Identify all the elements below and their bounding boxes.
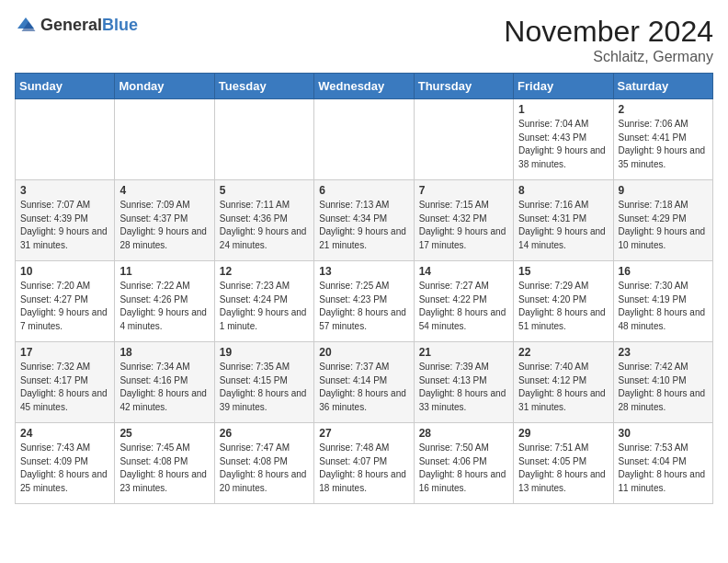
calendar-week-5: 24Sunrise: 7:43 AMSunset: 4:09 PMDayligh… (16, 423, 713, 504)
day-number: 16 (619, 265, 708, 278)
day-info: Sunrise: 7:16 AMSunset: 4:31 PMDaylight:… (518, 199, 608, 252)
calendar-week-1: 1Sunrise: 7:04 AMSunset: 4:43 PMDaylight… (16, 99, 713, 180)
calendar-cell (314, 99, 414, 180)
calendar-cell: 10Sunrise: 7:20 AMSunset: 4:27 PMDayligh… (16, 261, 115, 342)
calendar-table: Sunday Monday Tuesday Wednesday Thursday… (15, 73, 713, 504)
day-number: 17 (20, 346, 109, 359)
day-number: 13 (319, 265, 408, 278)
calendar-cell (115, 99, 214, 180)
header-tuesday: Tuesday (214, 74, 313, 99)
day-info: Sunrise: 7:47 AMSunset: 4:08 PMDaylight:… (220, 442, 309, 495)
logo-icon (15, 15, 37, 37)
day-number: 21 (419, 346, 508, 359)
day-info: Sunrise: 7:32 AMSunset: 4:17 PMDaylight:… (20, 361, 109, 414)
calendar-cell: 12Sunrise: 7:23 AMSunset: 4:24 PMDayligh… (214, 261, 313, 342)
day-info: Sunrise: 7:37 AMSunset: 4:14 PMDaylight:… (319, 361, 408, 414)
calendar-cell: 13Sunrise: 7:25 AMSunset: 4:23 PMDayligh… (314, 261, 414, 342)
day-number: 29 (518, 427, 608, 440)
calendar-cell: 22Sunrise: 7:40 AMSunset: 4:12 PMDayligh… (514, 342, 613, 423)
calendar-cell: 28Sunrise: 7:50 AMSunset: 4:06 PMDayligh… (414, 423, 513, 504)
calendar-cell: 27Sunrise: 7:48 AMSunset: 4:07 PMDayligh… (314, 423, 414, 504)
location-title: Schlaitz, Germany (504, 49, 713, 65)
day-number: 27 (319, 427, 408, 440)
day-number: 19 (220, 346, 309, 359)
calendar-cell: 25Sunrise: 7:45 AMSunset: 4:08 PMDayligh… (115, 423, 214, 504)
day-info: Sunrise: 7:43 AMSunset: 4:09 PMDaylight:… (20, 442, 109, 495)
calendar-cell: 23Sunrise: 7:42 AMSunset: 4:10 PMDayligh… (613, 342, 712, 423)
day-info: Sunrise: 7:42 AMSunset: 4:10 PMDaylight:… (619, 361, 708, 414)
calendar-cell: 7Sunrise: 7:15 AMSunset: 4:32 PMDaylight… (414, 180, 513, 261)
day-info: Sunrise: 7:30 AMSunset: 4:19 PMDaylight:… (619, 280, 708, 333)
day-number: 12 (220, 265, 309, 278)
day-number: 22 (518, 346, 608, 359)
day-number: 18 (119, 346, 209, 359)
day-number: 26 (220, 427, 309, 440)
day-info: Sunrise: 7:40 AMSunset: 4:12 PMDaylight:… (518, 361, 608, 414)
calendar-cell (16, 99, 115, 180)
day-info: Sunrise: 7:35 AMSunset: 4:15 PMDaylight:… (220, 361, 309, 414)
day-info: Sunrise: 7:51 AMSunset: 4:05 PMDaylight:… (518, 442, 608, 495)
day-info: Sunrise: 7:20 AMSunset: 4:27 PMDaylight:… (20, 280, 109, 333)
day-info: Sunrise: 7:22 AMSunset: 4:26 PMDaylight:… (119, 280, 209, 333)
calendar-cell (214, 99, 313, 180)
day-info: Sunrise: 7:06 AMSunset: 4:41 PMDaylight:… (619, 118, 708, 171)
day-number: 7 (419, 184, 508, 197)
day-number: 4 (119, 184, 209, 197)
day-number: 28 (419, 427, 508, 440)
header-sunday: Sunday (16, 74, 115, 99)
day-number: 5 (220, 184, 309, 197)
day-number: 20 (319, 346, 408, 359)
day-number: 9 (619, 184, 708, 197)
day-info: Sunrise: 7:04 AMSunset: 4:43 PMDaylight:… (518, 118, 608, 171)
calendar-week-3: 10Sunrise: 7:20 AMSunset: 4:27 PMDayligh… (16, 261, 713, 342)
day-info: Sunrise: 7:48 AMSunset: 4:07 PMDaylight:… (319, 442, 408, 495)
header-monday: Monday (115, 74, 214, 99)
day-info: Sunrise: 7:15 AMSunset: 4:32 PMDaylight:… (419, 199, 508, 252)
day-info: Sunrise: 7:29 AMSunset: 4:20 PMDaylight:… (518, 280, 608, 333)
calendar-cell: 2Sunrise: 7:06 AMSunset: 4:41 PMDaylight… (613, 99, 712, 180)
day-info: Sunrise: 7:39 AMSunset: 4:13 PMDaylight:… (419, 361, 508, 414)
calendar-cell: 16Sunrise: 7:30 AMSunset: 4:19 PMDayligh… (613, 261, 712, 342)
day-number: 14 (419, 265, 508, 278)
day-info: Sunrise: 7:53 AMSunset: 4:04 PMDaylight:… (619, 442, 708, 495)
calendar-cell: 11Sunrise: 7:22 AMSunset: 4:26 PMDayligh… (115, 261, 214, 342)
calendar-cell: 18Sunrise: 7:34 AMSunset: 4:16 PMDayligh… (115, 342, 214, 423)
calendar-cell: 20Sunrise: 7:37 AMSunset: 4:14 PMDayligh… (314, 342, 414, 423)
day-number: 8 (518, 184, 608, 197)
calendar-cell: 9Sunrise: 7:18 AMSunset: 4:29 PMDaylight… (613, 180, 712, 261)
calendar-cell (414, 99, 513, 180)
calendar-cell: 14Sunrise: 7:27 AMSunset: 4:22 PMDayligh… (414, 261, 513, 342)
logo: GeneralBlue (15, 15, 138, 37)
day-info: Sunrise: 7:34 AMSunset: 4:16 PMDaylight:… (119, 361, 209, 414)
day-number: 15 (518, 265, 608, 278)
day-info: Sunrise: 7:11 AMSunset: 4:36 PMDaylight:… (220, 199, 309, 252)
page-header: GeneralBlue November 2024 Schlaitz, Germ… (15, 15, 713, 65)
day-number: 10 (20, 265, 109, 278)
month-title: November 2024 (504, 15, 713, 49)
calendar-cell: 21Sunrise: 7:39 AMSunset: 4:13 PMDayligh… (414, 342, 513, 423)
logo-text: GeneralBlue (40, 17, 138, 35)
day-info: Sunrise: 7:18 AMSunset: 4:29 PMDaylight:… (619, 199, 708, 252)
calendar-cell: 17Sunrise: 7:32 AMSunset: 4:17 PMDayligh… (16, 342, 115, 423)
day-info: Sunrise: 7:27 AMSunset: 4:22 PMDaylight:… (419, 280, 508, 333)
calendar-cell: 6Sunrise: 7:13 AMSunset: 4:34 PMDaylight… (314, 180, 414, 261)
header-row: Sunday Monday Tuesday Wednesday Thursday… (16, 74, 713, 99)
day-number: 3 (20, 184, 109, 197)
calendar-cell: 1Sunrise: 7:04 AMSunset: 4:43 PMDaylight… (514, 99, 613, 180)
day-info: Sunrise: 7:09 AMSunset: 4:37 PMDaylight:… (119, 199, 209, 252)
calendar-week-4: 17Sunrise: 7:32 AMSunset: 4:17 PMDayligh… (16, 342, 713, 423)
calendar-cell: 3Sunrise: 7:07 AMSunset: 4:39 PMDaylight… (16, 180, 115, 261)
day-info: Sunrise: 7:13 AMSunset: 4:34 PMDaylight:… (319, 199, 408, 252)
calendar-cell: 4Sunrise: 7:09 AMSunset: 4:37 PMDaylight… (115, 180, 214, 261)
title-block: November 2024 Schlaitz, Germany (504, 15, 713, 65)
calendar-cell: 26Sunrise: 7:47 AMSunset: 4:08 PMDayligh… (214, 423, 313, 504)
day-info: Sunrise: 7:07 AMSunset: 4:39 PMDaylight:… (20, 199, 109, 252)
calendar-cell: 30Sunrise: 7:53 AMSunset: 4:04 PMDayligh… (613, 423, 712, 504)
day-number: 25 (119, 427, 209, 440)
header-thursday: Thursday (414, 74, 513, 99)
header-friday: Friday (514, 74, 613, 99)
calendar-cell: 29Sunrise: 7:51 AMSunset: 4:05 PMDayligh… (514, 423, 613, 504)
calendar-cell: 24Sunrise: 7:43 AMSunset: 4:09 PMDayligh… (16, 423, 115, 504)
day-number: 6 (319, 184, 408, 197)
day-number: 2 (619, 103, 708, 116)
